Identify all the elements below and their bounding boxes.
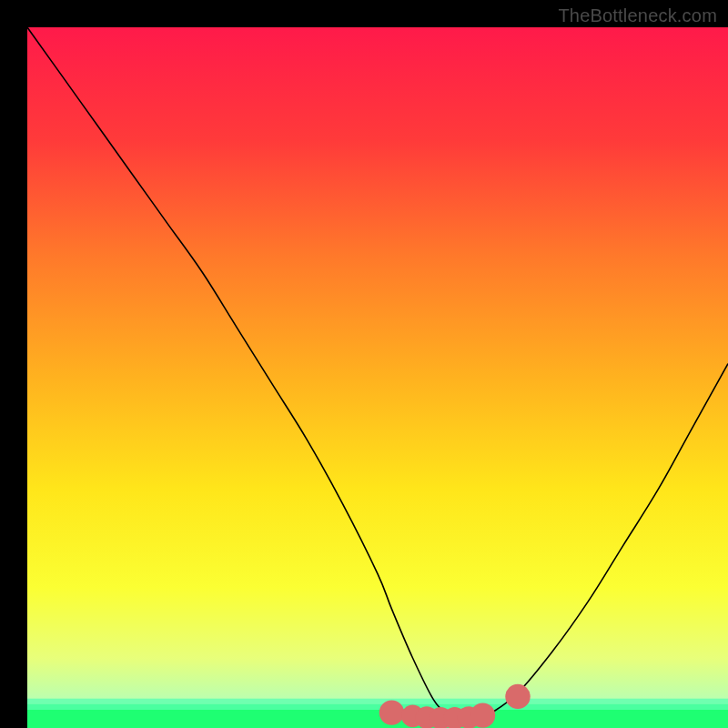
watermark-text: TheBottleneck.com [558,5,717,26]
svg-rect-2 [27,710,728,728]
gradient-background [27,27,728,728]
svg-rect-1 [27,704,728,710]
outlier-marker [505,684,530,709]
flat-region-right-cap [470,703,495,727]
green-bands [27,699,728,728]
plot-area [27,27,728,728]
svg-rect-0 [27,699,728,704]
flat-region-left-cap [379,700,404,724]
chart-svg [27,27,728,728]
